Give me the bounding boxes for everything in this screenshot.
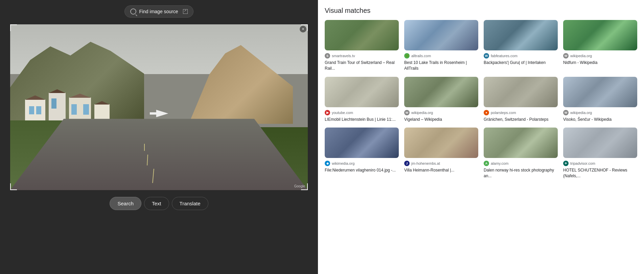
result-item-8[interactable]: W wikipedia.org Visoko, Šenčur - Wikiped… (563, 77, 637, 122)
result-item-4[interactable]: W wikipedia.org Nidfurn - Wikipedia (563, 20, 637, 71)
result-source-10: J jm-hohenembs.at (404, 161, 478, 166)
result-source-3: W fabfeatures.com (484, 53, 558, 59)
result-title-7: Gränichen, Switzerland - Polarsteps (484, 117, 558, 122)
result-title-9: File:Niederurnen vilagheniro 014.jpg -..… (325, 167, 399, 173)
road-line-2 (147, 155, 148, 165)
road-line-3 (144, 144, 145, 151)
lens-icon (130, 8, 136, 15)
results-title: Visual matches (325, 7, 637, 15)
result-item-7[interactable]: ● polarsteps.com Gränichen, Switzerland … (484, 77, 558, 122)
result-thumb-3 (484, 20, 558, 50)
tab-translate[interactable]: Translate (172, 197, 208, 210)
close-button[interactable]: × (300, 26, 306, 32)
result-title-6: Vigeland – Wikipedia (404, 117, 478, 122)
favicon-6: W (404, 110, 410, 115)
result-item-12[interactable]: ✈ tripadvisor.com HOTEL SCHUTZENHOF - Re… (563, 128, 637, 179)
favicon-8: W (563, 110, 569, 115)
result-title-10: Villa Heimann-Rosenthal |... (404, 167, 478, 173)
favicon-3: W (484, 53, 489, 59)
result-item-1[interactable]: S smartravels.tv Grand Train Tour of Swi… (325, 20, 399, 71)
result-item-2[interactable]: 🌿 alltrails.com Best 10 Lake Trails in R… (404, 20, 478, 71)
source-name-5: youtube.com (332, 111, 353, 115)
result-thumb-12 (563, 128, 637, 158)
tab-text[interactable]: Text (144, 197, 169, 210)
navigation-arrow[interactable] (150, 110, 168, 117)
result-thumb-2 (404, 20, 478, 50)
source-name-2: alltrails.com (411, 54, 431, 58)
tab-search[interactable]: Search (110, 197, 141, 210)
favicon-1: S (325, 53, 330, 59)
result-thumb-6 (404, 77, 478, 107)
result-thumb-11 (484, 128, 558, 158)
external-link-icon (183, 9, 188, 14)
result-item-9[interactable]: ◆ wikimedia.org File:Niederurnen vilaghe… (325, 128, 399, 179)
result-thumb-1 (325, 20, 399, 50)
google-watermark: Google (294, 184, 305, 188)
result-source-8: W wikipedia.org (563, 110, 637, 115)
result-title-12: HOTEL SCHUTZENHOF - Reviews (Nafels,... (563, 167, 637, 179)
find-image-source-button[interactable]: Find image source (124, 5, 193, 18)
corner-bracket-tl (10, 24, 17, 31)
result-title-11: Dalen norway hi-res stock photography an… (484, 167, 558, 179)
favicon-11: A (484, 161, 489, 166)
result-title-3: Backpackers'| Guru| of | Interlaken (484, 60, 558, 66)
image-viewer-panel: Find image source (0, 0, 318, 274)
result-source-5: ▶ youtube.com (325, 110, 399, 115)
results-panel: Visual matches S smartravels.tv Grand Tr… (318, 0, 644, 274)
result-title-1: Grand Train Tour of Switzerland – Real R… (325, 60, 399, 71)
image-container: × Google (10, 24, 308, 190)
corner-bracket-bl (10, 183, 17, 190)
result-thumb-9 (325, 128, 399, 158)
result-source-9: ◆ wikimedia.org (325, 161, 399, 166)
result-title-5: LIEmobil Liechtenstein Bus | Linie 11:..… (325, 117, 399, 122)
top-bar: Find image source (0, 0, 318, 23)
favicon-2: 🌿 (404, 53, 410, 59)
result-title-8: Visoko, Šenčur - Wikipedia (563, 117, 637, 122)
source-name-8: wikipedia.org (570, 111, 592, 115)
source-name-6: wikipedia.org (411, 111, 433, 115)
result-thumb-8 (563, 77, 637, 107)
result-title-2: Best 10 Lake Trails in Rosenheim | AllTr… (404, 60, 478, 71)
result-item-6[interactable]: W wikipedia.org Vigeland – Wikipedia (404, 77, 478, 122)
favicon-7: ● (484, 110, 489, 115)
result-source-6: W wikipedia.org (404, 110, 478, 115)
result-item-10[interactable]: J jm-hohenembs.at Villa Heimann-Rosentha… (404, 128, 478, 179)
result-item-3[interactable]: W fabfeatures.com Backpackers'| Guru| of… (484, 20, 558, 71)
find-image-label: Find image source (139, 9, 178, 14)
street-scene: × Google (10, 24, 308, 190)
result-source-7: ● polarsteps.com (484, 110, 558, 115)
source-name-10: jm-hohenembs.at (411, 161, 440, 165)
result-thumb-4 (563, 20, 637, 50)
favicon-9: ◆ (325, 161, 330, 166)
bottom-tabs: Search Text Translate (110, 197, 208, 210)
favicon-10: J (404, 161, 410, 166)
result-item-5[interactable]: ▶ youtube.com LIEmobil Liechtenstein Bus… (325, 77, 399, 122)
favicon-12: ✈ (563, 161, 569, 166)
result-thumb-7 (484, 77, 558, 107)
source-name-9: wikimedia.org (332, 161, 354, 165)
result-thumb-10 (404, 128, 478, 158)
result-source-1: S smartravels.tv (325, 53, 399, 59)
road-line-1 (153, 169, 155, 183)
favicon-4: W (563, 53, 569, 59)
source-name-12: tripadvisor.com (570, 161, 595, 165)
result-source-4: W wikipedia.org (563, 53, 637, 59)
result-item-11[interactable]: A alamy.com Dalen norway hi-res stock ph… (484, 128, 558, 179)
result-title-4: Nidfurn - Wikipedia (563, 60, 637, 66)
result-source-11: A alamy.com (484, 161, 558, 166)
source-name-11: alamy.com (491, 161, 508, 165)
source-name-7: polarsteps.com (491, 111, 516, 115)
favicon-5: ▶ (325, 110, 330, 115)
source-name-1: smartravels.tv (332, 54, 355, 58)
source-name-3: fabfeatures.com (491, 54, 518, 58)
result-source-2: 🌿 alltrails.com (404, 53, 478, 59)
result-thumb-5 (325, 77, 399, 107)
results-grid: S smartravels.tv Grand Train Tour of Swi… (325, 20, 637, 179)
result-source-12: ✈ tripadvisor.com (563, 161, 637, 166)
source-name-4: wikipedia.org (570, 54, 592, 58)
